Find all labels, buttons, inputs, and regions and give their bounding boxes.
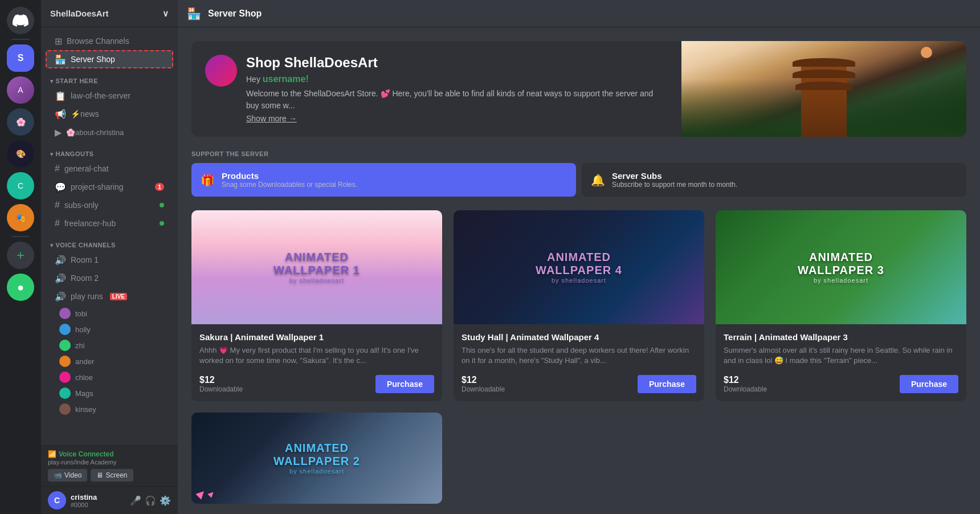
section-start-here[interactable]: ▾ START HERE <box>41 68 178 87</box>
settings-icon[interactable]: ⚙️ <box>160 495 171 506</box>
server-header[interactable]: ShellaDoesArt ∨ <box>41 0 178 27</box>
voice-user-mags[interactable]: Mags <box>41 385 178 401</box>
wallpaper-line1: ANIMATED <box>536 251 622 264</box>
wallpaper-studyhall-label: ANIMATED WALLPAPER 4 by shelladoesart <box>536 251 622 284</box>
server-icon-shelly[interactable]: S <box>7 44 34 72</box>
user-info: cristina #0000 <box>71 493 125 508</box>
wallpaper-sakura-label: ANIMATED WALLPAPER 1 by shelladoesart <box>273 251 360 284</box>
shop-greeting-prefix: Hey <box>246 75 263 84</box>
server-icon-4[interactable]: 🎨 <box>7 140 34 168</box>
server-list: S A 🌸 🎨 C 🎭 + ● <box>0 0 41 514</box>
purchase-button-sakura[interactable]: Purchase <box>375 375 434 393</box>
product-desc-sakura: Ahhh 💗 My very first product that I'm se… <box>199 345 434 368</box>
video-icon: 📹 <box>54 471 62 479</box>
purchase-button-study-hall[interactable]: Purchase <box>638 375 696 393</box>
voice-user-name: holly <box>75 325 91 334</box>
voice-channel-play-runs[interactable]: 🔊 play runs LIVE <box>46 287 173 305</box>
voice-connected-channel: play-runs/Indie Academy <box>48 459 171 466</box>
product-image-animated2: ANIMATED WALLPAPER 2 by shelladoesart <box>191 413 442 504</box>
add-server-button[interactable]: + <box>7 242 34 269</box>
shop-description: Welcome to the ShellaDoesArt Store. 💕 He… <box>246 88 668 112</box>
voice-user-chloe[interactable]: chloe <box>41 369 178 385</box>
tab-server-subs[interactable]: 🔔 Server Subs Subscribe to support me mo… <box>582 163 966 197</box>
voice-user-name: Mags <box>75 389 93 398</box>
channel-label: project-sharing <box>71 182 124 191</box>
server-icon-2[interactable]: A <box>7 76 34 104</box>
channel-general-chat[interactable]: # general-chat <box>46 160 173 178</box>
product-card-study-hall: ANIMATED WALLPAPER 4 by shelladoesart St… <box>454 210 704 401</box>
channel-project-sharing[interactable]: 💬 project-sharing 1 <box>46 178 173 196</box>
main-header-title: Server Shop <box>208 9 262 19</box>
products-tab-text: Products Snag some Downloadables or spec… <box>222 171 357 189</box>
product-type-sakura: Downloadable <box>199 385 243 393</box>
green-dot-indicator-2 <box>160 221 164 226</box>
voice-channel-room1[interactable]: 🔊 Room 1 <box>46 251 173 269</box>
discord-home-icon[interactable] <box>7 7 34 34</box>
product-card-body-study-hall: Study Hall | Animated Wallpaper 4 This o… <box>454 324 704 401</box>
server-name: ShellaDoesArt <box>50 9 109 18</box>
video-button[interactable]: 📹 Video <box>48 469 87 482</box>
section-voice-channels[interactable]: ▾ VOICE CHANNELS <box>41 232 178 251</box>
server-subs-tab-text: Server Subs Subscribe to support me mont… <box>612 171 737 189</box>
purchase-button-terrain[interactable]: Purchase <box>900 375 958 393</box>
rules-icon: 📋 <box>55 91 66 101</box>
screen-button[interactable]: 🖥 Screen <box>91 469 133 482</box>
chat-icon: 💬 <box>55 182 66 193</box>
server-icon-green[interactable]: ● <box>7 274 34 301</box>
microphone-icon[interactable]: 🎤 <box>130 495 141 506</box>
voice-user-avatar <box>59 387 71 399</box>
channel-subs-only[interactable]: # subs-only <box>46 196 173 214</box>
voice-user-zhi[interactable]: zhi <box>41 337 178 353</box>
sidebar-item-server-shop[interactable]: 🏪 Server Shop <box>46 50 173 68</box>
tab-products[interactable]: 🎁 Products Snag some Downloadables or sp… <box>191 163 576 197</box>
show-more-link[interactable]: Show more → <box>246 114 668 123</box>
voice-channel-room2[interactable]: 🔊 Room 2 <box>46 269 173 287</box>
voice-icon: 🔊 <box>55 255 66 266</box>
voice-connected-label: Voice Connected <box>59 450 113 458</box>
voice-user-name: tobi <box>75 309 87 318</box>
voice-user-avatar <box>59 403 71 415</box>
product-card-terrain: ANIMATED WALLPAPER 3 by shelladoesart Te… <box>716 210 966 401</box>
product-title-terrain: Terrain | Animated Wallpaper 3 <box>724 332 958 342</box>
signal-icon: 📶 <box>48 450 56 458</box>
channel-law-of-the-server[interactable]: 📋 law-of-the-server <box>46 87 173 105</box>
server-icon-6[interactable]: 🎭 <box>7 204 34 231</box>
product-price-sakura: $12 <box>199 375 243 385</box>
voice-user-avatar <box>59 340 71 351</box>
headphones-icon[interactable]: 🎧 <box>145 495 156 506</box>
server-shop-icon: 🏪 <box>55 54 66 65</box>
channel-about-christina[interactable]: ▶ 🌸about-christina <box>46 123 173 141</box>
voice-user-tobi[interactable]: tobi <box>41 305 178 321</box>
channel-label: general-chat <box>64 164 109 173</box>
products-tab-title: Products <box>222 171 357 181</box>
hash-icon: # <box>55 164 60 174</box>
voice-user-ander[interactable]: ander <box>41 353 178 369</box>
voice-channel-label: Room 1 <box>71 255 99 264</box>
server-shop-label: Server Shop <box>71 55 115 64</box>
server-divider-2 <box>11 236 30 237</box>
wallpaper-line1: ANIMATED <box>798 251 884 264</box>
sidebar-item-browse-channels[interactable]: ⊞ Browse Channels <box>46 32 173 50</box>
product-desc-study-hall: This one's for all the student and deep … <box>462 345 696 368</box>
voice-user-avatar <box>59 324 71 335</box>
wallpaper-line1: ANIMATED <box>273 251 360 264</box>
price-block-sakura: $12 Downloadable <box>199 375 243 393</box>
server-icon-5[interactable]: C <box>7 172 34 199</box>
voice-user-kinsey[interactable]: kinsey <box>41 401 178 417</box>
hash-icon-2: # <box>55 200 60 210</box>
wallpaper-terrain-label: ANIMATED WALLPAPER 3 by shelladoesart <box>798 251 884 284</box>
server-subs-tab-icon: 🔔 <box>591 173 605 187</box>
voice-user-holly[interactable]: holly <box>41 321 178 337</box>
server-icon-3[interactable]: 🌸 <box>7 108 34 136</box>
voice-user-avatar <box>59 372 71 383</box>
channel-freelancer-hub[interactable]: # freelancer-hub <box>46 214 173 232</box>
shop-text: Shop ShellaDoesArt Hey username! Welcome… <box>246 55 668 123</box>
shop-avatar <box>205 55 237 87</box>
channel-news[interactable]: 📢 ⚡news <box>46 105 173 123</box>
wallpaper-sub: by shelladoesart <box>798 277 884 284</box>
channel-nav: ⊞ Browse Channels 🏪 Server Shop ▾ START … <box>41 27 178 445</box>
voice-connected-status: 📶 Voice Connected <box>48 450 171 458</box>
video-label: Video <box>64 471 81 479</box>
section-hangouts[interactable]: ▾ HANGOUTS <box>41 141 178 160</box>
wallpaper-line2: WALLPAPER 2 <box>273 455 360 468</box>
